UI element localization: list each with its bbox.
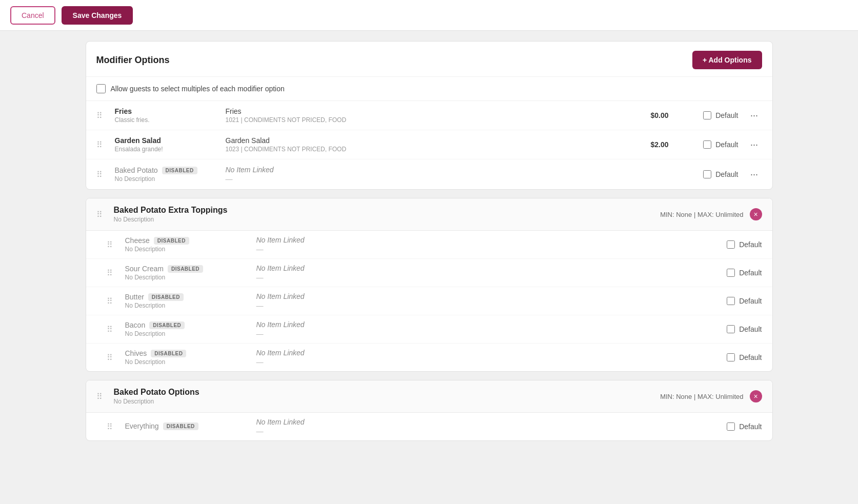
drag-handle-icon[interactable]: ⠿ (107, 268, 117, 278)
default-checkbox[interactable] (727, 240, 735, 249)
linked-meta: 1021 | CONDIMENTS NOT PRICED, FOOD (226, 116, 620, 124)
drag-handle-icon[interactable]: ⠿ (96, 111, 107, 120)
item-default-col: Default (677, 140, 739, 149)
item-name: Everything DISABLED (125, 422, 248, 430)
no-linked-dash: — (256, 273, 692, 281)
top-bar: Cancel Save Changes (0, 0, 858, 31)
no-linked-dash: — (256, 330, 692, 338)
item-price: $0.00 (628, 111, 669, 119)
no-item-linked: No Item Linked (226, 166, 620, 174)
disabled-badge: DISABLED (162, 167, 197, 174)
item-default-col: Default (701, 353, 762, 361)
item-default-col: Default (701, 297, 762, 305)
item-name: Chives DISABLED (125, 349, 248, 357)
item-default-col: Default (677, 111, 739, 119)
default-checkbox[interactable] (703, 111, 711, 119)
cancel-button[interactable]: Cancel (10, 6, 55, 25)
disabled-badge: DISABLED (163, 422, 198, 430)
linked-name: Fries (226, 107, 620, 115)
table-row: ⠿ Everything DISABLED No Item Linked — D… (86, 413, 772, 440)
item-linked: No Item Linked — (256, 292, 692, 310)
drag-handle-icon[interactable]: ⠿ (96, 392, 107, 401)
item-name: Fries (115, 107, 217, 115)
default-label: Default (739, 297, 762, 305)
drag-handle-icon[interactable]: ⠿ (107, 296, 117, 306)
table-row: ⠿ Bacon DISABLED No Description No Item … (86, 315, 772, 344)
default-label: Default (739, 422, 762, 431)
item-desc: No Description (125, 302, 248, 309)
no-linked-dash: — (226, 175, 620, 183)
item-linked: No Item Linked — (226, 166, 620, 183)
group-meta: MIN: None | MAX: Unlimited × (660, 390, 762, 402)
drag-handle-icon[interactable]: ⠿ (107, 240, 117, 250)
group-min-max: MIN: None | MAX: Unlimited (660, 211, 743, 218)
drag-handle-icon[interactable]: ⠿ (107, 325, 117, 334)
default-checkbox[interactable] (703, 140, 711, 149)
default-checkbox[interactable] (727, 297, 735, 305)
drag-handle-icon[interactable]: ⠿ (96, 140, 107, 150)
item-linked: No Item Linked — (256, 320, 692, 338)
item-desc: Ensalada grande! (115, 146, 217, 153)
drag-handle-icon[interactable]: ⠿ (96, 210, 107, 219)
drag-handle-icon[interactable]: ⠿ (107, 353, 117, 362)
more-options-icon[interactable]: ··· (747, 169, 762, 180)
item-price: $2.00 (628, 140, 669, 149)
drag-handle-icon[interactable]: ⠿ (96, 170, 107, 179)
group-header-1: ⠿ Baked Potato Extra Toppings No Descrip… (86, 198, 772, 231)
table-row: ⠿ Cheese DISABLED No Description No Item… (86, 231, 772, 259)
disabled-badge: DISABLED (168, 265, 203, 273)
add-options-button[interactable]: + Add Options (692, 51, 762, 69)
allow-multiples-label[interactable]: Allow guests to select multiples of each… (111, 85, 285, 93)
table-row: ⠿ Chives DISABLED No Description No Item… (86, 344, 772, 371)
item-desc: No Description (125, 246, 248, 253)
more-options-icon[interactable]: ··· (747, 110, 762, 121)
no-item-linked: No Item Linked (256, 292, 692, 300)
default-checkbox[interactable] (727, 353, 735, 361)
main-content: Modifier Options + Add Options Allow gue… (70, 31, 788, 459)
default-checkbox[interactable] (727, 269, 735, 277)
default-checkbox[interactable] (727, 325, 735, 333)
disabled-badge: DISABLED (149, 321, 185, 329)
group-section-1: ⠿ Baked Potato Extra Toppings No Descrip… (86, 198, 773, 372)
allow-multiples-checkbox[interactable] (96, 84, 106, 93)
item-name: Butter DISABLED (125, 293, 248, 301)
more-options-icon[interactable]: ··· (747, 139, 762, 150)
item-info: Fries Classic fries. (115, 107, 217, 124)
no-item-linked: No Item Linked (256, 418, 692, 426)
table-row: ⠿ Butter DISABLED No Description No Item… (86, 287, 772, 315)
group-min-max: MIN: None | MAX: Unlimited (660, 393, 743, 400)
drag-handle-icon[interactable]: ⠿ (107, 422, 117, 432)
default-label: Default (715, 170, 738, 178)
item-info: Garden Salad Ensalada grande! (115, 136, 217, 153)
item-default-col: Default (677, 170, 739, 178)
default-checkbox[interactable] (703, 170, 711, 178)
default-label: Default (739, 240, 762, 249)
modifier-options-title: Modifier Options (96, 55, 170, 66)
no-linked-dash: — (256, 301, 692, 310)
no-item-linked: No Item Linked (256, 349, 692, 357)
item-desc: No Description (125, 274, 248, 281)
item-default-col: Default (701, 269, 762, 277)
no-linked-dash: — (256, 245, 692, 253)
group-section-2: ⠿ Baked Potato Options No Description MI… (86, 380, 773, 441)
item-default-col: Default (701, 422, 762, 431)
table-row: ⠿ Baked Potato DISABLED No Description N… (86, 159, 772, 189)
item-linked: Garden Salad 1023 | CONDIMENTS NOT PRICE… (226, 136, 620, 153)
save-button[interactable]: Save Changes (62, 6, 133, 25)
item-desc: No Description (125, 330, 248, 337)
item-default-col: Default (701, 240, 762, 249)
item-name: Sour Cream DISABLED (125, 265, 248, 273)
item-info: Cheese DISABLED No Description (125, 236, 248, 253)
table-row: ⠿ Sour Cream DISABLED No Description No … (86, 259, 772, 287)
group-header-2: ⠿ Baked Potato Options No Description MI… (86, 380, 772, 413)
item-info: Bacon DISABLED No Description (125, 321, 248, 337)
table-row: ⠿ Garden Salad Ensalada grande! Garden S… (86, 130, 772, 159)
item-info: Sour Cream DISABLED No Description (125, 265, 248, 281)
default-label: Default (739, 269, 762, 277)
item-desc: No Description (125, 358, 248, 366)
default-checkbox[interactable] (727, 422, 735, 431)
remove-group-button[interactable]: × (750, 208, 762, 220)
disabled-badge: DISABLED (154, 237, 189, 245)
remove-group-button[interactable]: × (750, 390, 762, 402)
allow-multiples-row: Allow guests to select multiples of each… (86, 77, 772, 101)
